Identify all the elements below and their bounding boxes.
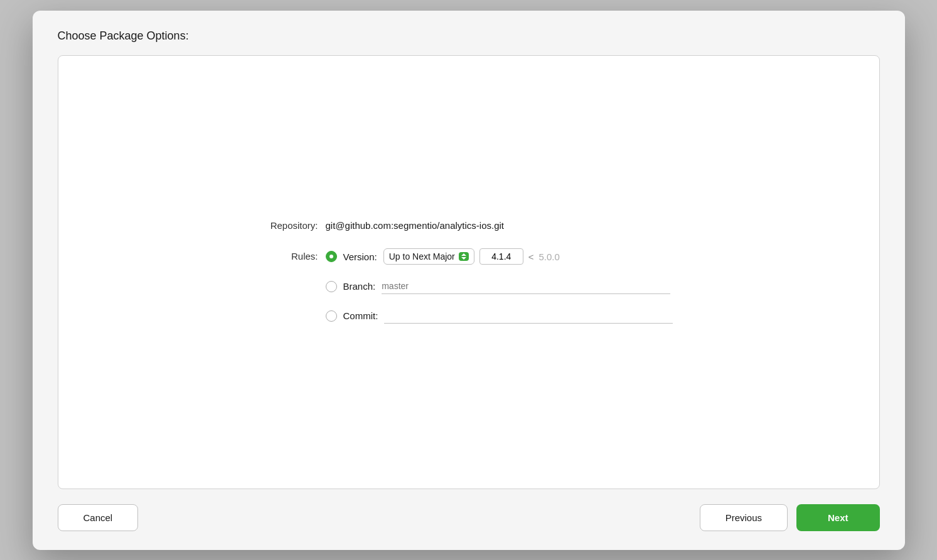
branch-option-row: Branch: bbox=[326, 278, 673, 294]
repository-label: Repository: bbox=[249, 220, 318, 231]
version-option-row: Version: Up to Next Major < bbox=[326, 248, 673, 265]
version-dropdown[interactable]: Up to Next Major bbox=[383, 248, 474, 265]
version-dropdown-text: Up to Next Major bbox=[389, 251, 455, 262]
dialog-title: Choose Package Options: bbox=[58, 29, 880, 43]
dialog-footer: Cancel Previous Next bbox=[58, 504, 880, 531]
version-label: Version: bbox=[343, 251, 377, 262]
previous-button[interactable]: Previous bbox=[700, 504, 788, 531]
commit-label: Commit: bbox=[343, 310, 378, 321]
upper-bound-value: 5.0.0 bbox=[539, 251, 560, 262]
version-radio[interactable] bbox=[326, 251, 337, 262]
cancel-button[interactable]: Cancel bbox=[58, 504, 139, 531]
rules-section: Rules: Version: Up to Next Major bbox=[249, 248, 688, 324]
rules-options: Version: Up to Next Major < bbox=[326, 248, 673, 324]
choose-package-options-dialog: Choose Package Options: Repository: git@… bbox=[33, 11, 905, 550]
stepper-down-arrow bbox=[461, 257, 466, 260]
version-controls: Up to Next Major < 5.0.0 bbox=[383, 248, 560, 265]
commit-option-row: Commit: bbox=[326, 308, 673, 324]
branch-radio[interactable] bbox=[326, 281, 337, 292]
version-stepper-icon[interactable] bbox=[459, 252, 469, 261]
content-box: Repository: git@github.com:segmentio/ana… bbox=[58, 55, 880, 489]
repository-value: git@github.com:segmentio/analytics-ios.g… bbox=[326, 220, 505, 231]
rules-label: Rules: bbox=[249, 248, 318, 262]
branch-input[interactable] bbox=[382, 278, 670, 294]
version-input[interactable] bbox=[479, 248, 523, 265]
next-button[interactable]: Next bbox=[796, 504, 880, 531]
right-buttons: Previous Next bbox=[700, 504, 880, 531]
repository-row: Repository: git@github.com:segmentio/ana… bbox=[249, 220, 688, 231]
form-area: Repository: git@github.com:segmentio/ana… bbox=[249, 220, 688, 324]
less-than-symbol: < bbox=[528, 251, 534, 262]
branch-label: Branch: bbox=[343, 281, 376, 292]
stepper-up-arrow bbox=[461, 253, 466, 256]
commit-input[interactable] bbox=[384, 308, 673, 324]
commit-radio[interactable] bbox=[326, 310, 337, 322]
